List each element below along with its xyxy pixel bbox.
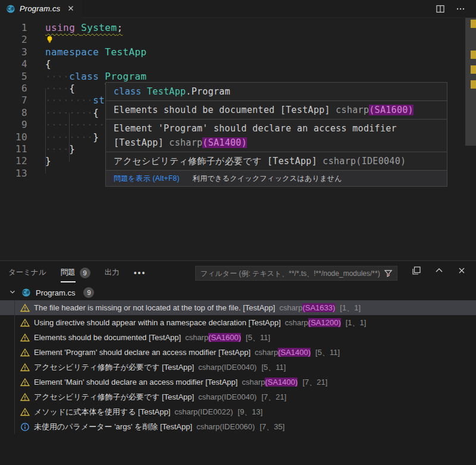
problem-row[interactable]: メソッドに式本体を使用する [TestApp]csharp(IDE0022)[9…: [0, 404, 476, 419]
diagnostic-source: csharp: [336, 105, 369, 115]
problem-row[interactable]: The file header is missing or not locate…: [0, 300, 476, 315]
code-token: ········: [45, 95, 93, 106]
problem-row[interactable]: Element 'Program' should declare an acce…: [0, 345, 476, 360]
code-line[interactable]: 4{: [0, 58, 464, 70]
tab-close-icon[interactable]: [67, 4, 76, 14]
csharp-file-icon: C#: [6, 4, 15, 14]
problem-source: csharp: [174, 407, 198, 416]
problem-row[interactable]: アクセシビリティ修飾子が必要です [TestApp]csharp(IDE0040…: [0, 360, 476, 375]
tab-program-cs[interactable]: C# Program.cs: [0, 0, 82, 18]
code-line[interactable]: 3namespace TestApp: [0, 46, 464, 58]
warning-icon: [20, 318, 30, 328]
code-token: ;: [117, 22, 123, 33]
problem-code: (SA1400): [265, 378, 298, 387]
problem-position: [7、21]: [261, 392, 286, 403]
filter-input[interactable]: [201, 269, 384, 278]
line-number: 2: [0, 34, 27, 46]
line-number: 9: [0, 119, 27, 131]
warning-icon: [20, 378, 30, 387]
line-text: [27, 168, 45, 180]
problem-row[interactable]: 未使用のパラメーター 'args' を削除 [TestApp]csharp(ID…: [0, 419, 476, 434]
line-text: ············: [27, 119, 117, 131]
open-in-editor-icon[interactable]: [412, 266, 421, 275]
line-number: 4: [0, 58, 27, 70]
warning-icon: [20, 392, 30, 402]
problem-source: csharp: [285, 318, 308, 327]
line-number: 6: [0, 83, 27, 95]
panel-more-tabs-icon[interactable]: •••: [134, 268, 146, 278]
line-text: ····}: [27, 143, 75, 155]
problem-position: [7、21]: [302, 377, 327, 388]
problem-code: (IDE0022): [198, 407, 233, 416]
warning-icon: [20, 303, 30, 313]
line-number: 13: [0, 168, 27, 180]
code-token: ····: [45, 143, 69, 155]
code-line[interactable]: 1using System;: [0, 22, 464, 34]
warning-marker: [471, 65, 476, 74]
problem-position: [7、35]: [259, 422, 284, 432]
code-line[interactable]: 5····class Program: [0, 71, 464, 83]
code-token: ········: [45, 107, 93, 118]
line-text: ····{: [27, 83, 75, 95]
group-problem-count: 9: [83, 287, 94, 298]
group-file-name: Program.cs: [36, 288, 75, 297]
line-text: [27, 34, 54, 46]
line-number: 10: [0, 131, 27, 143]
panel-tab-other[interactable]: 出力: [105, 265, 120, 281]
info-icon: [20, 422, 30, 432]
problem-source: csharp: [242, 378, 265, 387]
problems-file-group[interactable]: C# Program.cs 9: [0, 285, 476, 300]
problem-row[interactable]: Elements should be documented [TestApp]c…: [0, 330, 476, 345]
line-text: }: [27, 155, 51, 167]
problem-source: csharp: [198, 363, 221, 372]
lightbulb-icon[interactable]: [45, 35, 54, 46]
code-token: st: [93, 95, 105, 106]
problem-message: メソッドに式本体を使用する [TestApp]: [34, 407, 170, 417]
code-token: TestApp: [105, 46, 146, 58]
view-problem-link[interactable]: 問題を表示 (Alt+F8): [114, 174, 180, 183]
panel-tab-problems[interactable]: 問題9: [61, 265, 90, 281]
maximize-panel-icon[interactable]: [434, 266, 444, 275]
diagnostic-source: csharp: [322, 156, 356, 166]
problem-position: [5、11]: [315, 347, 340, 358]
diagnostic-code: (SA1600): [369, 105, 414, 115]
close-panel-icon[interactable]: [457, 266, 466, 275]
problem-position: [1、1]: [346, 318, 367, 328]
code-token: .Program: [186, 86, 230, 97]
split-editor-icon[interactable]: [436, 4, 445, 14]
warning-icon: [20, 363, 30, 372]
panel-tab-other[interactable]: ターミナル: [8, 265, 46, 281]
warning-icon: [20, 303, 30, 313]
editor-scrollbar[interactable]: [465, 18, 476, 260]
diagnostic-message: アクセシビリティ修飾子が必要です [TestApp]: [114, 156, 322, 166]
line-number: 12: [0, 155, 27, 167]
panel-tab-label: 問題: [61, 265, 76, 281]
problem-message: アクセシビリティ修飾子が必要です [TestApp]: [34, 362, 194, 373]
problem-code: (IDE0040): [221, 363, 256, 372]
problem-code: (IDE0060): [220, 422, 255, 431]
code-token: ····: [45, 83, 69, 94]
problem-row[interactable]: アクセシビリティ修飾子が必要です [TestApp]csharp(IDE0040…: [0, 389, 476, 404]
more-actions-icon[interactable]: [456, 4, 465, 14]
lightbulb-icon[interactable]: [45, 35, 54, 44]
line-number: 3: [0, 46, 27, 58]
problem-code: (IDE0040): [221, 392, 256, 401]
problem-code: (SA1600): [208, 333, 241, 342]
problem-code: (SA1400): [278, 348, 311, 357]
problem-source: csharp: [279, 303, 302, 312]
svg-text:C#: C#: [7, 7, 15, 12]
line-text: using System;: [27, 22, 123, 34]
info-icon: [20, 422, 30, 432]
problem-row[interactable]: Using directive should appear within a n…: [0, 315, 476, 330]
filter-funnel-icon[interactable]: [384, 269, 393, 278]
warning-marker: [471, 20, 476, 28]
problem-row[interactable]: Element 'Main' should declare an access …: [0, 375, 476, 389]
line-number: 8: [0, 107, 27, 119]
code-token: [75, 22, 81, 33]
code-line[interactable]: 2: [0, 34, 464, 46]
code-token: }: [45, 155, 51, 166]
diagnostic-message: Elements should be documented [TestApp]: [114, 105, 336, 115]
problems-tree: C# Program.cs 9 The file header is missi…: [0, 285, 476, 434]
code-token: Program: [105, 71, 146, 82]
code-editor[interactable]: 1using System;23namespace TestApp4{5····…: [0, 18, 476, 260]
